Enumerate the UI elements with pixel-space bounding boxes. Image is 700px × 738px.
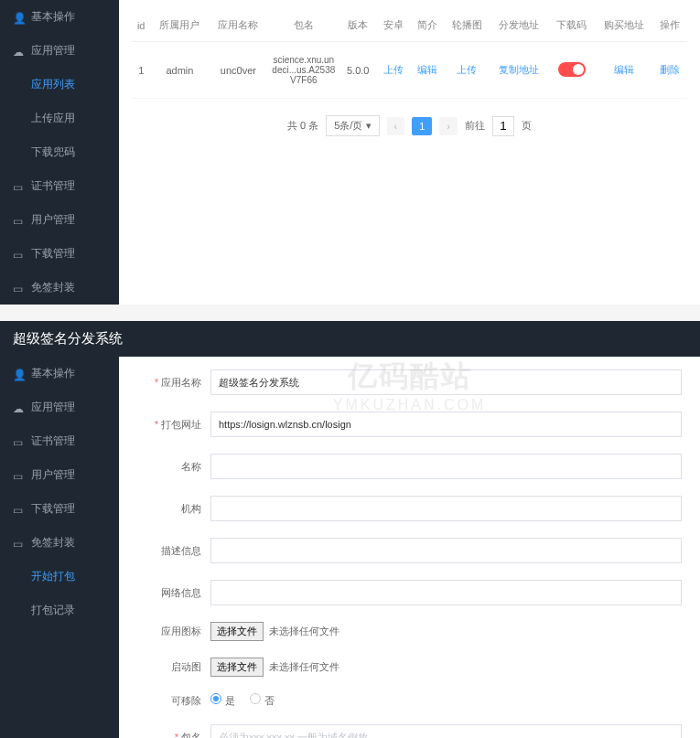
sidebar-label: 开始打包 [31,569,75,584]
sidebar-label: 证书管理 [31,178,75,194]
th-pkg: 包名 [267,9,339,42]
th-app: 应用名称 [209,9,267,42]
sidebar-item-upload-app[interactable]: 上传应用 [0,102,119,135]
page-current[interactable]: 1 [412,117,432,135]
sidebar-label: 应用管理 [31,400,75,415]
th-ver: 版本 [339,9,376,42]
app-title: 超级签名分发系统 [0,321,700,357]
label-url: 打包网址 [137,418,201,432]
label-removable: 可移除 [137,694,201,708]
label-pkg: 包名 [137,731,201,739]
doc-icon: ▭ [13,436,24,447]
input-net[interactable] [210,580,682,605]
link-copy-dist[interactable]: 复制地址 [499,64,539,75]
sidebar-item-user-mgmt[interactable]: ▭用户管理 [0,458,119,492]
link-delete[interactable]: 删除 [660,64,680,75]
input-url[interactable] [210,412,682,437]
sidebar-item-nosign[interactable]: ▭免签封装 [0,526,119,560]
radio-group-removable: 是 否 [210,693,275,708]
sidebar-item-app-mgmt[interactable]: ☁应用管理 [0,34,119,68]
sidebar-item-download-code[interactable]: 下载兜码 [0,135,119,169]
file-choose-launch[interactable]: 选择文件 [210,658,264,677]
page-size-select[interactable]: 5条/页 ▾ [326,115,379,136]
table-row: 1 admin unc0ver science.xnu.undeci...us.… [132,42,687,99]
page-goto-label: 前往 [465,119,485,133]
sidebar-label: 用户管理 [31,212,75,228]
link-carousel-upload[interactable]: 上传 [457,64,477,75]
app-table: id 所属用户 应用名称 包名 版本 安卓 简介 轮播图 分发地址 下载码 购买… [132,9,687,99]
table-header-row: id 所属用户 应用名称 包名 版本 安卓 简介 轮播图 分发地址 下载码 购买… [132,9,687,42]
sidebar-item-download-mgmt[interactable]: ▭下载管理 [0,492,119,526]
th-id: id [132,9,150,42]
doc-icon: ▭ [13,215,24,226]
sidebar-item-pack-log[interactable]: 打包记录 [0,594,119,627]
form-area: 亿码酷站 YMKUZHAN.COM 应用名称 打包网址 名称 机构 描述信息 网… [119,357,700,738]
sidebar-item-basic[interactable]: 👤基本操作 [0,0,119,34]
page-goto-input[interactable] [492,116,514,136]
input-app-name[interactable] [210,369,682,395]
file-choose-icon[interactable]: 选择文件 [210,622,264,641]
sidebar-label: 用户管理 [31,467,75,483]
sidebar-item-cert[interactable]: ▭证书管理 [0,169,119,203]
file-empty-icon: 未选择任何文件 [269,625,339,638]
sidebar-item-basic[interactable]: 👤基本操作 [0,357,119,390]
input-org[interactable] [210,496,682,521]
cell-user: admin [150,42,209,99]
label-launch: 启动图 [137,660,201,674]
input-name[interactable] [210,454,682,479]
bottom-body: 👤基本操作 ☁应用管理 ▭证书管理 ▭用户管理 ▭下载管理 ▭免签封装 开始打包… [0,357,700,738]
sidebar-item-app-list[interactable]: 应用列表 [0,68,119,102]
top-content: id 所属用户 应用名称 包名 版本 安卓 简介 轮播图 分发地址 下载码 购买… [119,0,700,305]
sidebar-label: 证书管理 [31,433,75,449]
label-desc: 描述信息 [137,544,201,558]
sidebar-label: 免签封装 [31,280,75,295]
th-intro: 简介 [410,9,444,42]
sidebar-item-download-mgmt[interactable]: ▭下载管理 [0,237,119,271]
radio-no[interactable]: 否 [250,693,275,708]
link-android-upload[interactable]: 上传 [383,64,404,75]
label-icon: 应用图标 [137,625,201,638]
sidebar-item-app-mgmt[interactable]: ☁应用管理 [0,390,119,424]
page-prev[interactable]: ‹ [387,117,405,135]
th-dist: 分发地址 [490,9,548,42]
sidebar-label: 下载兜码 [31,144,75,160]
toggle-dlcode[interactable] [558,62,586,77]
sidebar-label: 免签封装 [31,535,75,551]
sidebar-item-nosign[interactable]: ▭免签封装 [0,271,119,305]
th-op: 操作 [653,9,687,42]
cloud-icon: ☁ [13,46,24,57]
radio-icon [210,693,221,704]
page-next[interactable]: › [439,117,458,135]
sidebar-label: 下载管理 [31,501,75,517]
label-name: 名称 [137,460,201,474]
sidebar-label: 打包记录 [31,603,75,618]
user-icon: 👤 [13,369,24,380]
page-total: 共 0 条 [287,119,318,133]
doc-icon: ▭ [13,283,24,294]
bottom-sidebar: 👤基本操作 ☁应用管理 ▭证书管理 ▭用户管理 ▭下载管理 ▭免签封装 开始打包… [0,357,119,738]
input-desc[interactable] [210,538,682,563]
radio-icon [250,693,261,704]
cell-app: unc0ver [209,42,267,99]
link-buy-edit[interactable]: 编辑 [614,64,634,75]
radio-yes[interactable]: 是 [210,693,235,708]
th-user: 所属用户 [150,9,209,42]
cell-pkg: science.xnu.undeci...us.A2538V7F66 [267,42,339,99]
sidebar-item-user-mgmt[interactable]: ▭用户管理 [0,203,119,237]
top-panel: 👤基本操作 ☁应用管理 应用列表 上传应用 下载兜码 ▭证书管理 ▭用户管理 ▭… [0,0,700,305]
th-carousel: 轮播图 [444,9,490,42]
sidebar-item-start-pack[interactable]: 开始打包 [0,560,119,594]
bottom-panel: 超级签名分发系统 👤基本操作 ☁应用管理 ▭证书管理 ▭用户管理 ▭下载管理 ▭… [0,321,700,738]
label-org: 机构 [137,502,201,516]
sidebar-label: 应用管理 [31,43,75,59]
doc-icon: ▭ [13,538,24,549]
input-pkg[interactable] [210,724,682,738]
th-android: 安卓 [376,9,410,42]
pagination: 共 0 条 5条/页 ▾ ‹ 1 › 前往 页 [132,115,687,136]
th-buy: 购买地址 [595,9,653,42]
cloud-icon: ☁ [13,402,24,413]
page-goto-unit: 页 [522,119,532,133]
label-app-name: 应用名称 [137,376,201,390]
sidebar-item-cert[interactable]: ▭证书管理 [0,424,119,458]
link-intro-edit[interactable]: 编辑 [417,64,437,75]
